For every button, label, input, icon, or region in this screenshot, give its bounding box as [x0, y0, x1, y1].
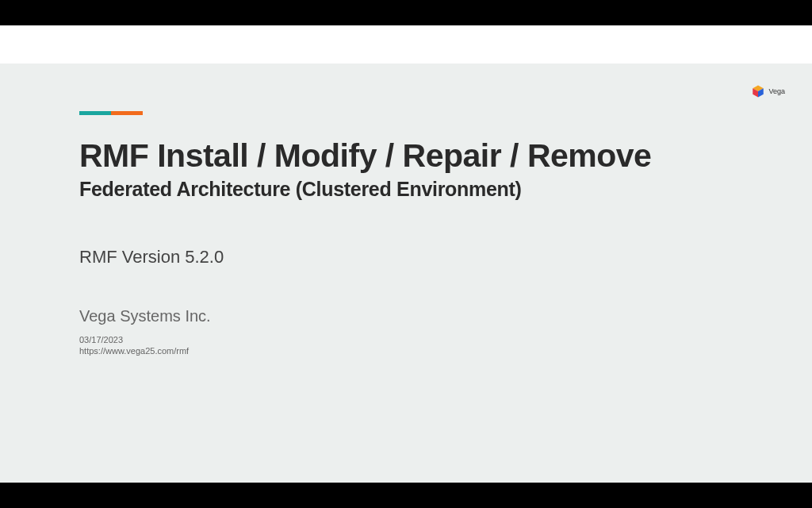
accent-orange-segment	[111, 111, 143, 115]
whitespace-bar	[0, 25, 812, 64]
date-label: 03/17/2023	[79, 335, 812, 344]
url-label: https://www.vega25.com/rmf	[79, 346, 812, 356]
slide-title: RMF Install / Modify / Repair / Remove	[79, 137, 812, 175]
version-label: RMF Version 5.2.0	[79, 247, 812, 267]
letterbox-bottom	[0, 483, 812, 508]
cube-icon	[751, 84, 765, 98]
brand-logo: Vega	[751, 84, 785, 98]
accent-teal-segment	[79, 111, 111, 115]
slide-content: Vega RMF Install / Modify / Repair / Rem…	[0, 64, 812, 483]
letterbox-top	[0, 0, 812, 25]
slide-subtitle: Federated Architecture (Clustered Enviro…	[79, 178, 812, 201]
company-name: Vega Systems Inc.	[79, 307, 812, 325]
brand-name: Vega	[768, 87, 785, 95]
accent-bar	[79, 111, 143, 115]
